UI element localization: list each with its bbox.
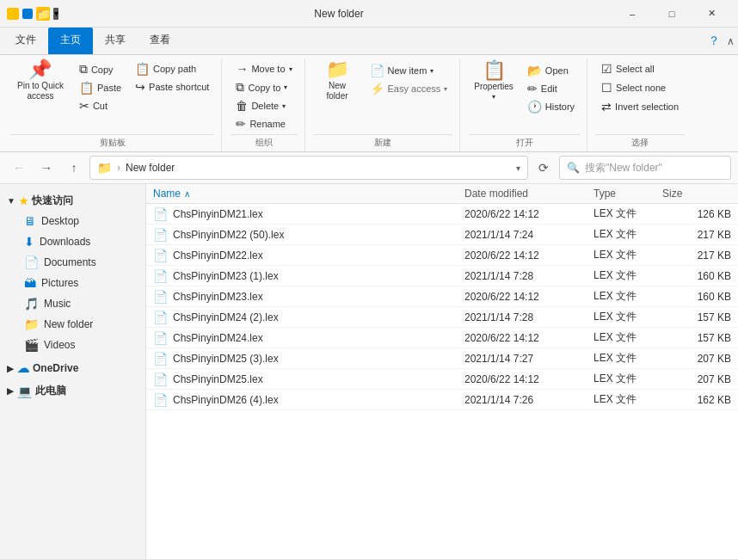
select-all-label: Select all	[616, 64, 655, 74]
copy-path-button[interactable]: 📋 Copy path	[130, 60, 214, 77]
file-list-header: Name ∧ Date modified Type Size	[146, 184, 738, 204]
copy-to-label: Copy to	[248, 83, 280, 93]
invert-selection-button[interactable]: ⇄ Invert selection	[596, 98, 684, 115]
up-button[interactable]: ↑	[62, 156, 86, 180]
tab-view[interactable]: 查看	[138, 28, 182, 54]
quick-toolbar-pin: ▾	[53, 8, 58, 20]
sidebar-item-pictures[interactable]: 🏔 Pictures 📌	[3, 273, 142, 293]
refresh-button[interactable]: ⟳	[532, 156, 556, 180]
help-button[interactable]: ？	[708, 28, 723, 54]
table-row[interactable]: 📄 ChsPinyinDM21.lex 2020/6/22 14:12 LEX …	[146, 204, 738, 225]
delete-label: Delete	[251, 101, 279, 111]
header-date[interactable]: Date modified	[464, 188, 593, 200]
new-item-button[interactable]: 📄 New item ▾	[365, 62, 453, 79]
file-size: 157 KB	[662, 332, 731, 344]
sidebar-item-videos[interactable]: 🎬 Videos	[3, 335, 142, 355]
quick-access-header[interactable]: ▼ ★ 快速访问	[0, 191, 145, 211]
address-dropdown-chevron[interactable]: ▾	[516, 163, 520, 173]
videos-icon: 🎬	[24, 338, 39, 352]
properties-button[interactable]: 📋 Properties ▾	[469, 58, 519, 103]
maximize-button[interactable]: □	[652, 0, 692, 28]
sidebar-item-new-folder[interactable]: 📁 New folder	[3, 314, 142, 335]
close-button[interactable]: ✕	[692, 0, 731, 28]
cut-label: Cut	[93, 101, 108, 111]
select-content: ☑ Select all ☐ Select none ⇄ Invert sele…	[596, 58, 684, 132]
search-icon: 🔍	[567, 162, 580, 174]
table-row[interactable]: 📄 ChsPinyinDM24.lex 2020/6/22 14:12 LEX …	[146, 328, 738, 348]
rename-button[interactable]: ✏ Rename	[231, 115, 297, 132]
tab-file[interactable]: 文件	[3, 28, 48, 54]
new-item-arrow: ▾	[430, 67, 434, 75]
file-size: 217 KB	[662, 229, 731, 241]
paste-button[interactable]: 📋 Paste	[74, 79, 126, 96]
file-type: LEX 文件	[593, 372, 662, 386]
organize-group-label: 组织	[231, 134, 297, 151]
search-box[interactable]: 🔍 搜索"New folder"	[559, 156, 731, 180]
table-row[interactable]: 📄 ChsPinyinDM26 (4).lex 2021/1/14 7:26 L…	[146, 390, 738, 410]
open-button[interactable]: 📂 Open	[522, 62, 580, 79]
clipboard-group-label: 剪贴板	[10, 134, 214, 151]
cut-button[interactable]: ✂ Cut	[74, 97, 126, 114]
address-bar[interactable]: 📁 › New folder ▾	[89, 156, 528, 180]
sidebar-item-documents[interactable]: 📄 Documents 📌	[3, 252, 142, 273]
history-button[interactable]: 🕐 History	[522, 98, 580, 115]
quick-access-section: ▼ ★ 快速访问 🖥 Desktop 📌 ⬇ Downloads 📌 📄 Doc…	[0, 191, 145, 355]
quick-access-label: 快速访问	[32, 194, 73, 208]
rename-icon: ✏	[236, 117, 246, 131]
table-row[interactable]: 📄 ChsPinyinDM22 (50).lex 2021/1/14 7:24 …	[146, 225, 738, 245]
paste-shortcut-label: Paste shortcut	[149, 82, 209, 92]
ribbon-collapse-button[interactable]: ∧	[727, 28, 735, 54]
copy-button[interactable]: ⧉ Copy	[74, 60, 126, 78]
file-icon: 📄	[153, 228, 168, 242]
table-row[interactable]: 📄 ChsPinyinDM25.lex 2020/6/22 14:12 LEX …	[146, 369, 738, 390]
tab-share[interactable]: 共享	[93, 28, 138, 54]
copy-to-button[interactable]: ⧉ Copy to ▾	[231, 78, 297, 96]
back-button[interactable]: ←	[7, 156, 31, 180]
tab-home[interactable]: 主页	[48, 28, 93, 54]
file-size: 207 KB	[662, 373, 731, 385]
select-all-button[interactable]: ☑ Select all	[596, 60, 684, 77]
table-row[interactable]: 📄 ChsPinyinDM23.lex 2020/6/22 14:12 LEX …	[146, 286, 738, 307]
sort-arrow-icon: ∧	[184, 189, 190, 199]
table-row[interactable]: 📄 ChsPinyinDM24 (2).lex 2021/1/14 7:28 L…	[146, 307, 738, 328]
forward-button[interactable]: →	[34, 156, 58, 180]
header-name[interactable]: Name ∧	[153, 188, 464, 200]
table-row[interactable]: 📄 ChsPinyinDM25 (3).lex 2021/1/14 7:27 L…	[146, 348, 738, 369]
file-name-col: 📄 ChsPinyinDM24 (2).lex	[153, 311, 464, 324]
table-row[interactable]: 📄 ChsPinyinDM22.lex 2020/6/22 14:12 LEX …	[146, 245, 738, 266]
pin-icon: 📌	[28, 60, 52, 79]
file-name-col: 📄 ChsPinyinDM25.lex	[153, 372, 464, 386]
sidebar-item-downloads[interactable]: ⬇ Downloads 📌	[3, 231, 142, 252]
easy-access-button[interactable]: ⚡ Easy access ▾	[365, 80, 453, 97]
delete-button[interactable]: 🗑 Delete ▾	[231, 97, 297, 114]
paste-label: Paste	[97, 83, 121, 93]
sidebar-item-music[interactable]: 🎵 Music	[3, 293, 142, 314]
select-none-button[interactable]: ☐ Select none	[596, 79, 684, 96]
organize-content: → Move to ▾ ⧉ Copy to ▾ 🗑 Delete ▾ ✏ Ren…	[231, 58, 297, 132]
thispc-header[interactable]: ▶ 💻 此电脑	[0, 381, 145, 401]
sidebar-item-desktop[interactable]: 🖥 Desktop 📌	[3, 211, 142, 231]
table-row[interactable]: 📄 ChsPinyinDM23 (1).lex 2021/1/14 7:28 L…	[146, 266, 738, 286]
quick-access-chevron: ▼	[7, 196, 15, 206]
paste-shortcut-button[interactable]: ↪ Paste shortcut	[130, 78, 214, 95]
new-folder-sidebar-icon: 📁	[24, 317, 39, 331]
thispc-chevron: ▶	[7, 386, 14, 396]
minimize-button[interactable]: –	[612, 0, 652, 28]
new-folder-button[interactable]: 📁 Newfolder	[314, 58, 361, 103]
move-to-button[interactable]: → Move to ▾	[231, 60, 297, 77]
onedrive-header[interactable]: ▶ ☁ OneDrive	[0, 359, 145, 378]
copy-path-icon: 📋	[135, 62, 150, 76]
ribbon-new-group: 📁 Newfolder 📄 New item ▾ ⚡ Easy access ▾…	[307, 58, 461, 151]
file-icon: 📄	[153, 331, 168, 345]
file-name-col: 📄 ChsPinyinDM23.lex	[153, 290, 464, 304]
file-name-col: 📄 ChsPinyinDM24.lex	[153, 331, 464, 345]
file-date: 2020/6/22 14:12	[464, 373, 593, 385]
new-item-label: New item	[388, 65, 427, 76]
move-to-arrow: ▾	[289, 65, 292, 73]
pin-to-quick-access-button[interactable]: 📌 Pin to Quickaccess	[10, 58, 71, 103]
header-size[interactable]: Size	[662, 188, 731, 200]
file-date: 2021/1/14 7:27	[464, 353, 593, 365]
edit-button[interactable]: ✏ Edit	[522, 80, 580, 97]
header-type[interactable]: Type	[593, 188, 662, 200]
file-type: LEX 文件	[593, 227, 662, 242]
